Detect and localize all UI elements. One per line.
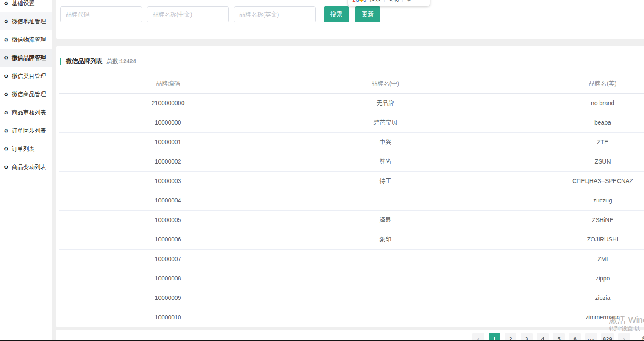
pagination-bar: ‹ 1 2 3 4 5 6 ··· 829 › 前往 [56,330,644,341]
extension-popup: 2345 搜索 | 复制 | ⚙ [348,0,430,6]
sidebar-item-label: 微信物流管理 [12,36,46,44]
brand-list-panel: 微信品牌列表 总数:12424 品牌编码 品牌名(中) 品牌名(英) 21000… [56,46,644,327]
popup-settings-icon[interactable]: ⚙ [406,0,412,3]
cell-brand-name-en: СПЕЦНАЗ--SPECNAZ [494,172,644,191]
brand-table: 品牌编码 品牌名(中) 品牌名(英) 2100000000 无品牌 no bra… [59,74,644,327]
sidebar-item-wechat-category[interactable]: ⚙ 微信类目管理 [0,67,52,85]
table-row: 2100000000 无品牌 no brand [59,94,644,113]
sidebar-item-basic-settings[interactable]: ⚙ 基础设置 [0,0,52,12]
cell-brand-name-en: zippo [494,269,644,288]
col-header-brand-code: 品牌编码 [59,74,277,93]
sidebar-item-wechat-logistics[interactable]: ⚙ 微信物流管理 [0,30,52,49]
cell-brand-name-cn: 中兴 [277,133,494,152]
cell-brand-name-cn [277,269,494,288]
gear-icon: ⚙ [4,128,8,133]
col-header-brand-name-en: 品牌名(英) [494,74,644,93]
cell-brand-name-cn [277,250,494,269]
cell-brand-name-en: ZSUN [494,152,644,171]
table-row: 10000010 zimmermann [59,308,644,327]
cell-brand-name-cn: 无品牌 [277,94,494,113]
table-row: 10000009 ziozia [59,288,644,308]
table-row: 10000000 碧芭宝贝 beaba [59,113,644,133]
sidebar-item-wechat-address[interactable]: ⚙ 微信地址管理 [0,12,52,30]
cell-brand-code: 10000003 [59,172,277,191]
cell-brand-name-en: zuczug [494,191,644,210]
cell-brand-name-en: zimmermann [494,308,644,327]
title-accent-bar [60,58,61,65]
cell-brand-name-en: no brand [494,94,644,113]
panel-title-row: 微信品牌列表 总数:12424 [60,57,136,65]
cell-brand-code: 10000006 [59,230,277,249]
cell-brand-name-cn: 尊尚 [277,152,494,171]
sidebar-item-label: 商品审核列表 [12,109,46,116]
gear-icon: ⚙ [4,19,8,24]
panel-title: 微信品牌列表 [66,57,103,65]
table-row: 10000007 ZMI [59,250,644,269]
popup-separator: | [402,0,403,2]
sidebar-item-label: 微信品牌管理 [12,54,46,62]
sidebar-item-label: 商品变动列表 [12,164,46,171]
table-row: 10000003 特工 СПЕЦНАЗ--SPECNAZ [59,172,644,191]
sidebar-item-order-sync[interactable]: ⚙ 订单同步列表 [0,122,52,140]
popup-copy-action[interactable]: 复制 [388,0,399,3]
gear-icon: ⚙ [4,110,8,115]
sidebar-item-product-review[interactable]: ⚙ 商品审核列表 [0,103,52,122]
brand-name-en-input[interactable] [234,6,316,22]
cell-brand-name-cn [277,288,494,308]
popup-separator: | [383,0,385,2]
cell-brand-code: 10000002 [59,152,277,171]
sidebar-item-label: 微信商品管理 [12,91,46,98]
table-row: 10000001 中兴 ZTE [59,133,644,152]
gear-icon: ⚙ [4,1,8,6]
brand-name-cn-input[interactable] [147,6,229,22]
cell-brand-code: 10000009 [59,288,277,308]
brand-code-input[interactable] [60,6,142,22]
sidebar-item-label: 订单列表 [12,145,35,153]
cell-brand-code: 10000008 [59,269,277,288]
cell-brand-name-en: ziozia [494,288,644,308]
popup-search-action[interactable]: 搜索 [369,0,380,3]
table-row: 10000005 泽显 ZSHiNE [59,211,644,230]
cell-brand-name-cn: 泽显 [277,211,494,230]
gear-icon: ⚙ [4,37,8,42]
2345-logo: 2345 [353,0,366,3]
table-row: 10000004 zuczug [59,191,644,211]
gear-icon: ⚙ [4,92,8,97]
sidebar-item-label: 基础设置 [12,0,35,7]
cell-brand-name-cn: 碧芭宝贝 [277,113,494,132]
sidebar-item-label: 订单同步列表 [12,127,46,135]
cell-brand-code: 10000004 [59,191,277,210]
cell-brand-name-cn: 特工 [277,172,494,191]
cell-brand-name-cn [277,191,494,210]
cell-brand-code: 2100000000 [59,94,277,113]
sidebar: ⚙ 基础设置 ⚙ 微信地址管理 ⚙ 微信物流管理 ⚙ 微信品牌管理 ⚙ 微信类目… [0,0,52,341]
search-button[interactable]: 搜索 [324,6,349,22]
table-row: 10000002 尊尚 ZSUN [59,152,644,172]
col-header-brand-name-cn: 品牌名(中) [277,74,494,93]
sidebar-item-wechat-brand[interactable]: ⚙ 微信品牌管理 [0,49,52,67]
table-row: 10000008 zippo [59,269,644,288]
cell-brand-name-en: ZSHiNE [494,211,644,230]
cell-brand-name-en: ZOJIRUSHI [494,230,644,249]
table-row: 10000006 象印 ZOJIRUSHI [59,230,644,250]
cell-brand-code: 10000001 [59,133,277,152]
gear-icon: ⚙ [4,74,8,79]
sidebar-item-product-change[interactable]: ⚙ 商品变动列表 [0,158,52,176]
cell-brand-name-en: ZMI [494,250,644,269]
table-header-row: 品牌编码 品牌名(中) 品牌名(英) [59,74,644,94]
sidebar-item-wechat-product[interactable]: ⚙ 微信商品管理 [0,85,52,103]
sidebar-item-order-list[interactable]: ⚙ 订单列表 [0,140,52,158]
cell-brand-name-cn: 象印 [277,230,494,249]
gear-icon: ⚙ [4,147,8,152]
cell-brand-name-cn [277,308,494,327]
update-button[interactable]: 更新 [355,6,380,22]
cell-brand-code: 10000005 [59,211,277,230]
cell-brand-name-en: beaba [494,113,644,132]
sidebar-item-label: 微信类目管理 [12,72,46,80]
sidebar-item-label: 微信地址管理 [12,18,46,25]
gear-icon: ⚙ [4,55,8,61]
cell-brand-code: 10000000 [59,113,277,132]
cell-brand-code: 10000007 [59,250,277,269]
cell-brand-name-en: ZTE [494,133,644,152]
gear-icon: ⚙ [4,165,8,170]
